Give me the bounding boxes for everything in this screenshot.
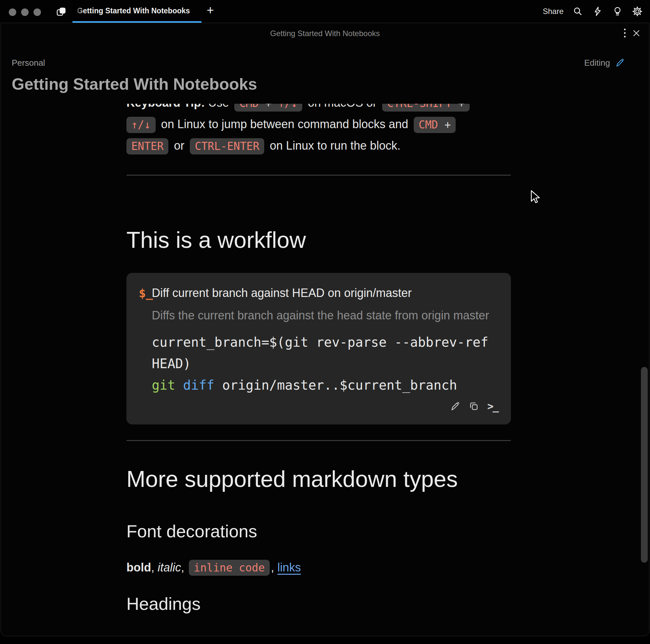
lightning-icon[interactable] — [592, 6, 603, 17]
edit-pencil-icon — [615, 58, 625, 68]
workflow-card-actions: >_ — [139, 399, 498, 413]
tip-lead: Keyboard Tip: — [127, 104, 205, 109]
font-decorations-line: bold, italic, inline code, links — [127, 558, 511, 578]
editing-mode-toggle[interactable]: Editing — [584, 58, 625, 68]
workflow-card-description: Diffs the current branch against the hea… — [152, 305, 498, 326]
mode-label: Editing — [584, 58, 610, 68]
prompt-icon: $_ — [139, 286, 152, 300]
key-badge-ctrl-enter: CTRL-ENTER — [190, 138, 264, 155]
key-badge-ctrl-shift: CTRL-SHIFT + — [382, 104, 469, 111]
scrollbar-thumb[interactable] — [641, 367, 648, 563]
mouse-cursor — [530, 190, 541, 204]
workflow-card-code: current_branch=$(git rev-parse --abbrev-… — [152, 332, 498, 396]
inline-code-sample: inline code — [189, 560, 270, 576]
page-title: Getting Started With Notebooks — [12, 74, 649, 94]
zoom-window-button[interactable] — [33, 8, 41, 16]
markdown-heading: More supported markdown types — [127, 466, 511, 493]
traffic-lights — [9, 8, 41, 16]
document: Keyboard Tip: Use CMD + ↑/↓ on macOS or … — [127, 104, 511, 614]
tab-windows-icon — [56, 6, 66, 17]
key-badge-arrows: ↑/↓ — [127, 117, 156, 133]
meta-row: Personal Editing — [12, 57, 625, 69]
divider — [127, 175, 511, 176]
code-line-1-wrap: HEAD) — [152, 356, 191, 371]
more-options-icon[interactable] — [624, 29, 626, 37]
screen: Getting Started With Notebooks + Share — [0, 0, 650, 644]
workflow-card-header: $_ Diff current branch against HEAD on o… — [139, 285, 498, 301]
code-line-1: current_branch=$(git rev-parse --abbrev-… — [152, 335, 489, 350]
key-badge-cmd: CMD + — [414, 117, 456, 133]
window-header: Getting Started With Notebooks — [1, 23, 649, 44]
gear-icon[interactable] — [632, 6, 643, 17]
notebook-window: Getting Started With Notebooks Personal … — [1, 23, 649, 636]
links-sample[interactable]: links — [278, 561, 301, 574]
close-icon[interactable] — [631, 28, 641, 38]
tab-bar: Getting Started With Notebooks + Share — [0, 0, 650, 23]
key-badge-cmd-arrows: CMD + ↑/↓ — [234, 104, 302, 111]
keyboard-tip-line-1: Keyboard Tip: Use CMD + ↑/↓ on macOS or … — [127, 104, 511, 113]
divider — [127, 440, 511, 441]
edit-icon[interactable] — [449, 401, 461, 412]
workflow-card[interactable]: $_ Diff current branch against HEAD on o… — [127, 273, 511, 425]
close-window-button[interactable] — [9, 8, 16, 16]
search-icon[interactable] — [572, 6, 583, 17]
code-rest: origin/master..$current_branch — [215, 378, 457, 393]
minimize-window-button[interactable] — [21, 8, 29, 16]
new-tab-button[interactable]: + — [207, 0, 214, 22]
workflow-card-title: Diff current branch against HEAD on orig… — [152, 286, 412, 300]
tabbar-actions: Share — [543, 0, 643, 23]
document-viewport[interactable]: Keyboard Tip: Use CMD + ↑/↓ on macOS or … — [1, 104, 649, 636]
window-title: Getting Started With Notebooks — [1, 23, 649, 44]
run-in-terminal-icon[interactable]: >_ — [487, 400, 498, 412]
tab-fade — [72, 0, 84, 21]
copy-icon[interactable] — [468, 401, 479, 412]
key-badge-enter: ENTER — [127, 138, 168, 155]
headings-heading: Headings — [127, 593, 511, 614]
keyboard-tip-line-2: ↑/↓ on Linux to jump between command blo… — [127, 113, 511, 135]
font-decorations-heading: Font decorations — [127, 521, 511, 542]
active-tab[interactable]: Getting Started With Notebooks — [77, 0, 190, 22]
code-token-git: git — [152, 378, 175, 393]
code-token-diff: diff — [183, 378, 214, 393]
keyboard-tip-line-3: ENTER or CTRL-ENTER on Linux to run the … — [127, 135, 511, 157]
bold-sample: bold — [127, 561, 151, 574]
lightbulb-icon[interactable] — [612, 6, 623, 17]
italic-sample: italic — [158, 561, 181, 574]
workflow-heading: This is a workflow — [127, 227, 511, 253]
breadcrumb[interactable]: Personal — [12, 58, 45, 68]
share-button[interactable]: Share — [543, 7, 564, 16]
